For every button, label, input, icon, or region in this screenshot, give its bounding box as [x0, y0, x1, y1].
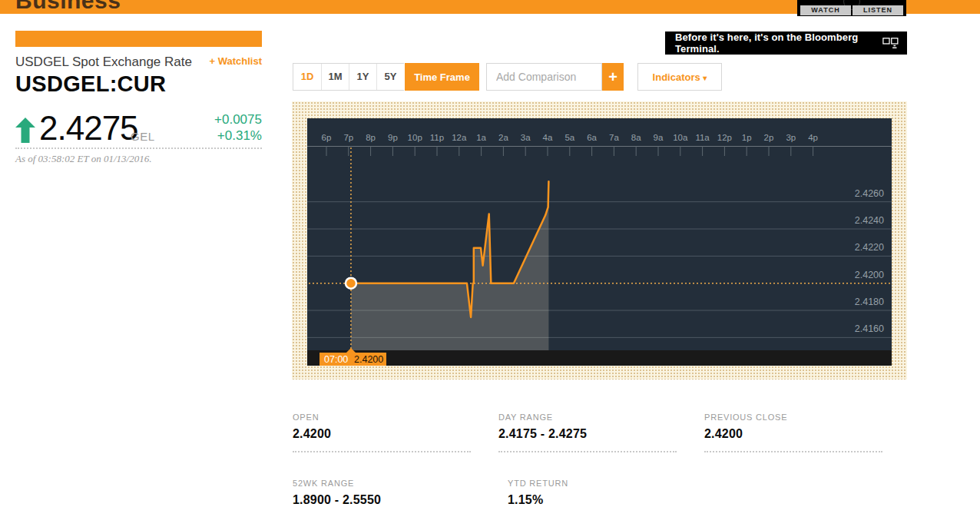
x-axis-label: 1a — [476, 133, 486, 142]
stat-value: 2.4175 - 2.4275 — [498, 427, 677, 441]
stats-row: 52WK RANGE1.8900 - 2.5550YTD RETURN1.15% — [293, 472, 910, 517]
stat-value: 1.8900 - 2.5550 — [293, 493, 480, 507]
x-axis-label: 4a — [543, 133, 553, 142]
chart-bottom-strip — [307, 350, 892, 366]
x-axis-label: 7p — [343, 133, 353, 142]
x-axis-label: 12p — [717, 133, 732, 142]
x-axis-label: 11a — [695, 133, 710, 142]
x-axis-label: 3p — [786, 133, 796, 142]
price-change: +0.0075 — [214, 111, 262, 128]
x-axis-label: 2a — [498, 133, 508, 142]
stat-cell: DAY RANGE2.4175 - 2.4275 — [498, 406, 677, 452]
price-row: 2.4275 GEL +0.0075 +0.31% — [15, 111, 262, 147]
quote-panel: USDGEL Spot Exchange Rate + Watchlist US… — [15, 31, 262, 169]
range-tab-1m[interactable]: 1M — [321, 64, 349, 90]
x-axis-label: 6p — [322, 133, 332, 142]
stat-value: 1.15% — [508, 493, 695, 507]
x-axis-label: 10p — [408, 133, 422, 142]
x-axis-label: 10a — [673, 133, 688, 142]
x-axis-label: 9p — [388, 133, 398, 142]
ticker-symbol: USDGEL:CUR — [15, 71, 166, 97]
x-axis-label: 9a — [654, 133, 664, 142]
security-name-row: USDGEL Spot Exchange Rate + Watchlist — [15, 55, 262, 70]
up-arrow-icon — [15, 118, 35, 143]
quote-orange-badge — [15, 31, 262, 47]
x-axis-label: 3a — [521, 133, 531, 142]
x-axis-label: 5a — [564, 133, 574, 142]
x-axis-label: 2p — [764, 133, 774, 142]
terminal-banner[interactable]: Before it's here, it's on the Bloomberg … — [665, 31, 907, 55]
y-axis-label: 2.4160 — [855, 323, 884, 334]
terminal-screens-icon — [882, 37, 899, 50]
price-changes: +0.0075 +0.31% — [214, 111, 262, 144]
indicators-label: Indicators — [653, 71, 700, 83]
range-tab-1d[interactable]: 1D — [293, 64, 321, 90]
media-box: WATCH LISTEN — [797, 0, 906, 16]
business-brand[interactable]: Business — [15, 0, 121, 14]
stat-cell: OPEN2.4200 — [293, 406, 471, 452]
x-axis-label: 4p — [808, 133, 818, 142]
time-frame-button[interactable]: Time Frame — [405, 63, 479, 91]
y-axis-label: 2.4240 — [855, 215, 884, 226]
terminal-banner-text: Before it's here, it's on the Bloomberg … — [675, 31, 882, 55]
chart-toolbar: 1D 1M 1Y 5Y Time Frame + Indicators ▾ — [293, 63, 907, 92]
listen-button[interactable]: LISTEN — [853, 5, 903, 15]
price-value: 2.4275 — [39, 111, 138, 146]
x-axis-label: 12a — [452, 133, 467, 142]
stats-panel: OPEN2.4200DAY RANGE2.4175 - 2.4275PREVIO… — [293, 406, 910, 517]
x-axis-label: 6a — [587, 133, 597, 142]
add-comparison-button[interactable]: + — [602, 63, 624, 91]
stat-label: DAY RANGE — [498, 413, 677, 422]
y-axis-label: 2.4260 — [855, 188, 884, 199]
tooltip-time: 07:00 — [324, 354, 348, 365]
y-axis-label: 2.4180 — [855, 297, 884, 307]
range-tab-group: 1D 1M 1Y 5Y — [293, 63, 404, 91]
x-axis-label: 11p — [430, 133, 444, 142]
comparison-group: + — [486, 63, 624, 91]
indicators-button[interactable]: Indicators ▾ — [637, 63, 722, 91]
stat-cell: PREVIOUS CLOSE2.4200 — [704, 406, 882, 452]
stat-cell: 52WK RANGE1.8900 - 2.5550 — [293, 472, 480, 517]
price-currency: GEL — [131, 130, 155, 143]
add-comparison-input[interactable] — [486, 63, 602, 91]
stat-value: 2.4200 — [704, 427, 882, 441]
range-tab-5y[interactable]: 5Y — [376, 64, 404, 90]
as-of-timestamp: As of 03:58:02 ET on 01/13/2016. — [15, 153, 151, 165]
x-axis-label: 1p — [742, 133, 752, 142]
range-tab-1y[interactable]: 1Y — [349, 64, 376, 90]
stat-value: 2.4200 — [293, 427, 471, 441]
chart-container: 2.42602.42402.42202.42002.41802.41606p7p… — [292, 101, 907, 379]
stat-label: OPEN — [293, 413, 471, 422]
price-chart[interactable]: 2.42602.42402.42202.42002.41802.41606p7p… — [307, 118, 892, 366]
tooltip-value: 2.4200 — [354, 354, 383, 365]
stat-label: PREVIOUS CLOSE — [704, 413, 882, 422]
add-watchlist-button[interactable]: + Watchlist — [209, 55, 262, 67]
crosshair-dot — [346, 278, 356, 289]
dotted-divider — [15, 147, 262, 149]
security-name: USDGEL Spot Exchange Rate — [15, 55, 192, 69]
y-axis-label: 2.4200 — [855, 270, 884, 280]
chevron-down-icon: ▾ — [703, 74, 707, 82]
x-axis-label: 8p — [366, 133, 376, 142]
watch-button[interactable]: WATCH — [800, 5, 851, 15]
stats-row: OPEN2.4200DAY RANGE2.4175 - 2.4275PREVIO… — [293, 406, 910, 452]
stat-cell: YTD RETURN1.15% — [508, 472, 695, 517]
stat-label: YTD RETURN — [508, 479, 695, 488]
y-axis-label: 2.4220 — [855, 242, 884, 253]
x-axis-label: 7a — [609, 133, 619, 142]
x-axis-label: 8a — [631, 133, 641, 142]
stat-label: 52WK RANGE — [293, 479, 480, 488]
price-change-percent: +0.31% — [214, 128, 262, 144]
